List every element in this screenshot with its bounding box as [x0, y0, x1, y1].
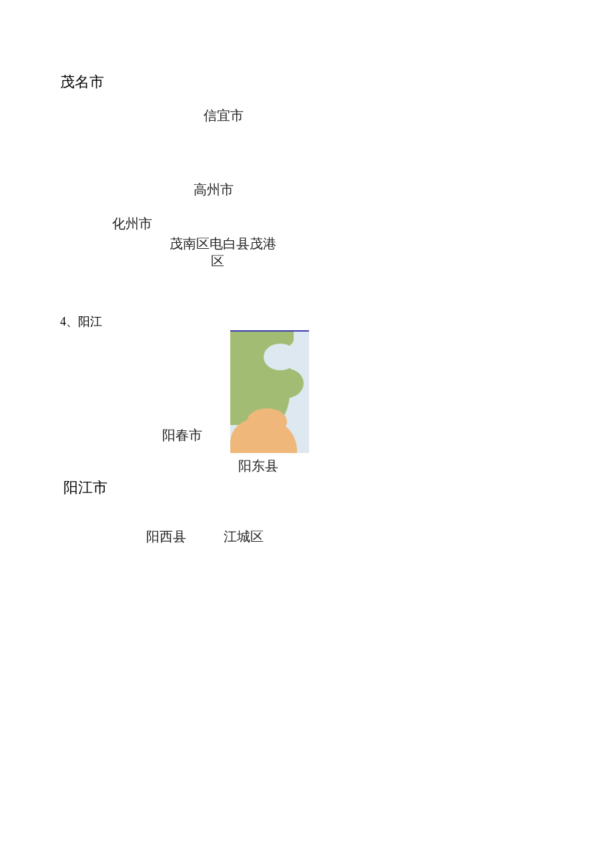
section-4-yangjiang: 4、阳江 — [60, 314, 102, 330]
gaozhou-label: 高州市 — [194, 181, 234, 199]
yangjiang-title: 阳江市 — [63, 478, 107, 498]
maoming-title: 茂名市 — [60, 72, 104, 92]
huazhou-label: 化州市 — [112, 215, 152, 233]
xinyi-label: 信宜市 — [204, 107, 244, 125]
jiangcheng-label: 江城区 — [224, 528, 264, 546]
map-image — [230, 330, 309, 453]
yangchun-label: 阳春市 — [162, 426, 202, 444]
maonan-line2: 区 — [211, 252, 224, 270]
yangdong-label: 阳东县 — [238, 457, 278, 475]
maonan-line1: 茂南区电白县茂港 — [170, 235, 276, 253]
yangxi-label: 阳西县 — [146, 528, 186, 546]
